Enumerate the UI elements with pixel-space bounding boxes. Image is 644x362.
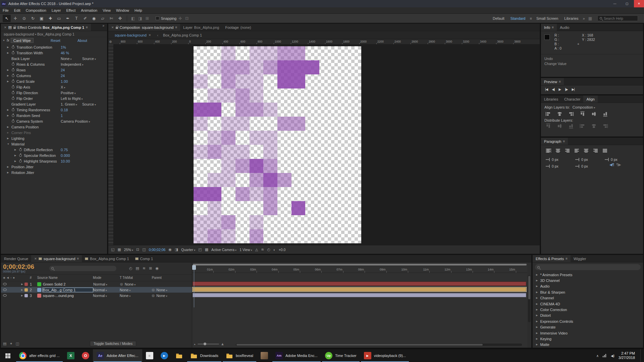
visibility-toggle[interactable] xyxy=(3,294,7,297)
vertical-ruler[interactable] xyxy=(108,45,114,245)
stopwatch-icon[interactable] xyxy=(12,92,14,94)
panel-menu-icon[interactable]: ≡ xyxy=(552,25,554,29)
property-dropdown[interactable]: Positive xyxy=(61,91,76,95)
composition-tab[interactable]: ✕ Layer Box_Alpha.png ≡ xyxy=(180,24,222,31)
taskbar-item[interactable] xyxy=(78,349,93,362)
comp-canvas[interactable] xyxy=(194,46,361,243)
view-tab[interactable]: Box_Alpha.png Comp 1 ✕ xyxy=(154,33,205,37)
zoom-knob[interactable] xyxy=(204,343,206,345)
twirl-icon[interactable] xyxy=(7,137,11,140)
view-tab[interactable]: square-background ✕ xyxy=(112,33,154,37)
twirl-icon[interactable]: ▶ xyxy=(536,308,538,311)
stopwatch-icon[interactable] xyxy=(12,46,14,49)
safe-zones-icon[interactable]: ⊡ xyxy=(136,247,139,252)
tray-expand-icon[interactable]: ∧ xyxy=(596,354,599,358)
stopwatch-icon[interactable] xyxy=(12,120,14,123)
parent-dropdown[interactable]: None xyxy=(156,294,167,298)
camera-dropdown[interactable]: Active Camera xyxy=(211,248,236,252)
stopwatch-icon[interactable] xyxy=(12,97,14,100)
effect-category[interactable]: ▶ Channel xyxy=(533,295,643,301)
panel-menu-icon[interactable]: ≡ xyxy=(77,257,79,260)
timeline-search[interactable] xyxy=(49,266,116,271)
menu-item[interactable]: Effect xyxy=(63,8,78,12)
snap-bounds-icon[interactable]: ⊡ xyxy=(184,16,190,21)
effect-category[interactable]: ▶ * Animation Presets xyxy=(533,272,643,278)
distribute-top-icon[interactable] xyxy=(546,124,550,129)
workspace-tab[interactable]: Libraries xyxy=(561,16,581,20)
layer-name[interactable]: square-...ound.png xyxy=(43,294,93,298)
parent-dropdown[interactable]: None xyxy=(156,288,167,292)
stopwatch-icon[interactable] xyxy=(12,52,14,54)
distribute-right-icon[interactable] xyxy=(603,124,608,128)
transparency-grid-icon[interactable]: ▩ xyxy=(205,247,208,252)
align-text-left-button[interactable] xyxy=(545,148,552,154)
effect-name[interactable]: Card Wipe xyxy=(11,38,34,43)
transport-button[interactable]: |◀ xyxy=(545,87,548,91)
stopwatch-icon[interactable] xyxy=(12,63,14,66)
taskbar-item[interactable] xyxy=(157,349,172,362)
taskbar-item[interactable]: after effects grid ... xyxy=(15,349,63,362)
justify-last-center-button[interactable] xyxy=(583,148,590,154)
property-value[interactable]: 1.00 xyxy=(61,79,68,83)
about-link[interactable]: About xyxy=(77,39,87,43)
effect-category[interactable]: ▶ Audio xyxy=(533,284,643,289)
current-time[interactable]: 0;00;02;06 xyxy=(149,248,166,252)
effect-category[interactable]: ▶ Keying xyxy=(533,336,643,342)
align-to-dropdown[interactable]: Composition xyxy=(573,105,595,109)
stopwatch-icon[interactable] xyxy=(12,69,14,71)
close-icon[interactable]: ✕ xyxy=(149,34,151,37)
workspace-tab[interactable]: Small Screen xyxy=(533,16,561,20)
taskbar-item[interactable]: boxReveal xyxy=(222,349,257,362)
twirl-down-icon[interactable]: ▼ xyxy=(3,39,7,42)
lock-icon[interactable] xyxy=(116,27,118,29)
parent-dropdown[interactable]: None xyxy=(125,282,136,286)
stopwatch-icon[interactable] xyxy=(19,160,22,163)
effect-category[interactable]: ▶ 3D Channel xyxy=(533,278,643,283)
close-button[interactable]: ✕ xyxy=(634,0,644,7)
taskbar-item[interactable] xyxy=(172,349,186,362)
pixel-aspect-icon[interactable]: ◬ xyxy=(255,247,258,252)
panel-menu-icon[interactable]: ≡ xyxy=(563,139,565,143)
exposure-value[interactable]: +0.0 xyxy=(279,248,286,252)
reset-link[interactable]: Reset xyxy=(51,39,60,43)
align-top-icon[interactable] xyxy=(581,112,585,117)
twirl-icon[interactable]: ▶ xyxy=(536,332,538,335)
property-dropdown-2[interactable]: Source xyxy=(82,57,96,61)
visibility-toggle[interactable] xyxy=(3,289,7,291)
effect-category[interactable]: ▶ Matte xyxy=(533,342,643,348)
indent-field[interactable]: 0 px xyxy=(546,163,575,170)
twirl-icon[interactable] xyxy=(7,171,11,174)
workspace-tab[interactable]: ≡ xyxy=(529,16,533,20)
twirl-icon[interactable] xyxy=(7,80,11,83)
ruler-origin-icon[interactable]: ⊕ xyxy=(109,40,112,44)
panel-menu-icon[interactable]: ≡ xyxy=(559,80,561,83)
composition-tab[interactable]: ✕ Composition square-background ≡ xyxy=(108,24,180,31)
tab-paragraph[interactable]: Paragraph ≡ xyxy=(541,138,568,145)
mini-flowchart-icon[interactable]: ◴ xyxy=(267,247,270,252)
twirl-icon[interactable] xyxy=(14,154,19,157)
taskbar-item[interactable]: Downloads xyxy=(186,349,222,362)
close-icon[interactable]: ✕ xyxy=(4,26,7,29)
menu-item[interactable]: File xyxy=(0,8,11,12)
layer-row[interactable]: ▶ 2 Box_Alp...g Comp 1 Normal None ◎ Non… xyxy=(1,287,192,293)
label-color[interactable] xyxy=(24,283,28,286)
indent-field[interactable]: 0 px xyxy=(546,156,575,163)
stopwatch-icon[interactable] xyxy=(12,74,14,77)
tab-audio[interactable]: Audio xyxy=(557,24,572,31)
tool-button[interactable]: ✚ xyxy=(46,15,54,22)
effect-category[interactable]: ▶ CINEMA 4D xyxy=(533,301,643,307)
tab-effect-controls[interactable]: ✕ ▤ Effect Controls Box_Alpha.png Comp 1… xyxy=(1,24,91,31)
pick-whip-icon[interactable]: ◎ xyxy=(120,282,123,286)
tool-button[interactable]: T xyxy=(72,15,80,22)
indent-field[interactable]: 0 px xyxy=(575,156,605,163)
align-group-tab[interactable]: Libraries xyxy=(541,96,561,103)
menu-item[interactable]: Composition xyxy=(23,8,49,12)
timeline-tab[interactable]: ✕ Render Queue ≡ xyxy=(1,255,31,262)
resolution-dropdown[interactable]: Quarter xyxy=(181,248,195,252)
effect-category[interactable]: ▶ Expression Controls xyxy=(533,318,643,324)
snapshot-icon[interactable]: ◉ xyxy=(168,247,172,252)
twirl-icon[interactable] xyxy=(7,131,11,134)
layer-row[interactable]: ▶ 1 Green Solid 2 Normal ◎ None xyxy=(1,281,192,287)
tool-button[interactable]: ⊙ xyxy=(20,15,28,22)
effect-category[interactable]: ▶ Distort xyxy=(533,313,643,318)
